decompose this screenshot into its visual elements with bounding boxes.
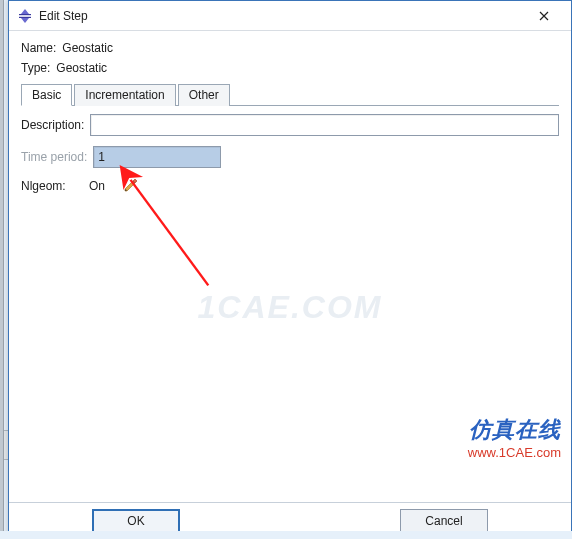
window-title: Edit Step: [39, 9, 521, 23]
brand-overlay: 仿真在线 www.1CAE.com: [468, 415, 561, 460]
tab-incrementation[interactable]: Incrementation: [74, 84, 175, 106]
description-label: Description:: [21, 118, 84, 132]
svg-line-2: [131, 180, 209, 286]
watermark-text: 1CAE.COM: [9, 289, 571, 326]
nlgeom-value: On: [89, 179, 105, 193]
time-period-input[interactable]: [93, 146, 221, 168]
nlgeom-label: Nlgeom:: [21, 179, 73, 193]
tab-other[interactable]: Other: [178, 84, 230, 106]
name-label: Name:: [21, 41, 56, 55]
time-period-label: Time period:: [21, 150, 87, 164]
description-input[interactable]: [90, 114, 559, 136]
titlebar: Edit Step: [9, 1, 571, 31]
cancel-button[interactable]: Cancel: [400, 509, 488, 533]
pencil-icon[interactable]: [123, 178, 139, 194]
brand-url: www.1CAE.com: [468, 445, 561, 460]
close-button[interactable]: [521, 2, 567, 30]
tabs: Basic Incrementation Other: [21, 83, 559, 106]
dialog-body: Name: Geostatic Type: Geostatic Basic In…: [9, 31, 571, 502]
brand-cn: 仿真在线: [468, 415, 561, 445]
app-icon: [17, 8, 33, 24]
name-value: Geostatic: [62, 41, 113, 55]
type-value: Geostatic: [56, 61, 107, 75]
ok-button[interactable]: OK: [92, 509, 180, 533]
svg-rect-0: [19, 14, 31, 15]
basic-panel: Description: Time period: Nlgeom: On: [21, 106, 559, 194]
edit-step-dialog: Edit Step Name: Geostatic Type: Geostati…: [8, 0, 572, 539]
svg-rect-1: [19, 16, 31, 17]
type-label: Type:: [21, 61, 50, 75]
tab-basic[interactable]: Basic: [21, 84, 72, 106]
